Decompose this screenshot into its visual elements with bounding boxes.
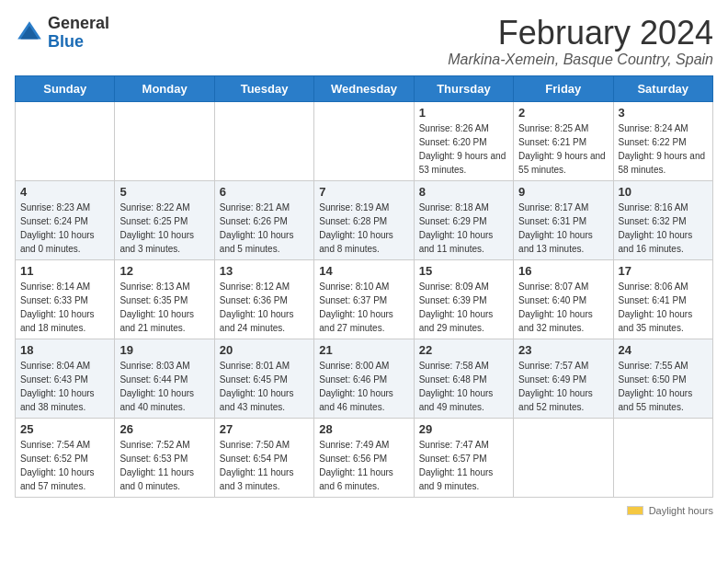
calendar-cell: 15Sunrise: 8:09 AM Sunset: 6:39 PM Dayli… — [414, 259, 513, 339]
calendar-cell: 18Sunrise: 8:04 AM Sunset: 6:43 PM Dayli… — [16, 339, 115, 418]
calendar-week-row: 4Sunrise: 8:23 AM Sunset: 6:24 PM Daylig… — [16, 180, 713, 259]
calendar-cell: 10Sunrise: 8:16 AM Sunset: 6:32 PM Dayli… — [613, 180, 712, 259]
day-info: Sunrise: 7:50 AM Sunset: 6:54 PM Dayligh… — [220, 438, 309, 493]
calendar-week-row: 18Sunrise: 8:04 AM Sunset: 6:43 PM Dayli… — [16, 339, 713, 418]
day-info: Sunrise: 7:57 AM Sunset: 6:49 PM Dayligh… — [518, 359, 608, 414]
day-number: 7 — [319, 185, 408, 199]
calendar-cell — [16, 101, 115, 180]
weekday-header-thursday: Thursday — [414, 75, 513, 101]
calendar-cell: 28Sunrise: 7:49 AM Sunset: 6:56 PM Dayli… — [314, 418, 414, 497]
day-info: Sunrise: 8:06 AM Sunset: 6:41 PM Dayligh… — [619, 280, 708, 335]
day-info: Sunrise: 8:13 AM Sunset: 6:35 PM Dayligh… — [119, 280, 209, 335]
day-info: Sunrise: 8:22 AM Sunset: 6:25 PM Dayligh… — [119, 201, 209, 256]
day-number: 24 — [619, 343, 708, 357]
day-number: 10 — [619, 185, 708, 199]
calendar: SundayMondayTuesdayWednesdayThursdayFrid… — [15, 75, 713, 498]
day-info: Sunrise: 8:18 AM Sunset: 6:29 PM Dayligh… — [419, 201, 508, 256]
calendar-cell: 26Sunrise: 7:52 AM Sunset: 6:53 PM Dayli… — [115, 418, 214, 497]
calendar-cell: 1Sunrise: 8:26 AM Sunset: 6:20 PM Daylig… — [414, 101, 513, 180]
day-info: Sunrise: 8:12 AM Sunset: 6:36 PM Dayligh… — [220, 280, 309, 335]
calendar-cell: 4Sunrise: 8:23 AM Sunset: 6:24 PM Daylig… — [16, 180, 115, 259]
calendar-cell — [514, 418, 613, 497]
day-info: Sunrise: 8:03 AM Sunset: 6:44 PM Dayligh… — [119, 359, 209, 414]
day-info: Sunrise: 8:16 AM Sunset: 6:32 PM Dayligh… — [619, 201, 708, 256]
day-info: Sunrise: 8:09 AM Sunset: 6:39 PM Dayligh… — [419, 280, 508, 335]
day-number: 11 — [20, 264, 109, 278]
day-info: Sunrise: 8:07 AM Sunset: 6:40 PM Dayligh… — [518, 280, 608, 335]
daylight-label: Daylight hours — [649, 505, 713, 516]
calendar-cell: 16Sunrise: 8:07 AM Sunset: 6:40 PM Dayli… — [514, 259, 613, 339]
day-info: Sunrise: 7:54 AM Sunset: 6:52 PM Dayligh… — [20, 438, 109, 493]
day-info: Sunrise: 8:10 AM Sunset: 6:37 PM Dayligh… — [319, 280, 408, 335]
day-info: Sunrise: 8:17 AM Sunset: 6:31 PM Dayligh… — [518, 201, 608, 256]
day-number: 6 — [220, 185, 309, 199]
day-info: Sunrise: 8:23 AM Sunset: 6:24 PM Dayligh… — [20, 201, 109, 256]
calendar-cell: 8Sunrise: 8:18 AM Sunset: 6:29 PM Daylig… — [414, 180, 513, 259]
day-info: Sunrise: 8:01 AM Sunset: 6:45 PM Dayligh… — [220, 359, 309, 414]
day-info: Sunrise: 8:25 AM Sunset: 6:21 PM Dayligh… — [518, 121, 608, 177]
day-number: 5 — [119, 185, 209, 199]
header: General Blue February 2024 Markina-Xemei… — [15, 15, 713, 68]
calendar-cell: 14Sunrise: 8:10 AM Sunset: 6:37 PM Dayli… — [314, 259, 414, 339]
calendar-cell: 11Sunrise: 8:14 AM Sunset: 6:33 PM Dayli… — [16, 259, 115, 339]
calendar-header: SundayMondayTuesdayWednesdayThursdayFrid… — [16, 75, 713, 101]
day-number: 3 — [619, 106, 708, 120]
day-number: 1 — [419, 106, 508, 120]
day-number: 23 — [518, 343, 608, 357]
calendar-cell — [613, 418, 712, 497]
day-number: 15 — [419, 264, 508, 278]
weekday-header-monday: Monday — [115, 75, 214, 101]
day-info: Sunrise: 8:04 AM Sunset: 6:43 PM Dayligh… — [20, 359, 109, 414]
calendar-cell: 22Sunrise: 7:58 AM Sunset: 6:48 PM Dayli… — [414, 339, 513, 418]
calendar-cell: 3Sunrise: 8:24 AM Sunset: 6:22 PM Daylig… — [613, 101, 712, 180]
calendar-cell: 24Sunrise: 7:55 AM Sunset: 6:50 PM Dayli… — [613, 339, 712, 418]
day-number: 20 — [220, 343, 309, 357]
calendar-cell: 29Sunrise: 7:47 AM Sunset: 6:57 PM Dayli… — [414, 418, 513, 497]
day-info: Sunrise: 8:19 AM Sunset: 6:28 PM Dayligh… — [319, 201, 408, 256]
calendar-week-row: 11Sunrise: 8:14 AM Sunset: 6:33 PM Dayli… — [16, 259, 713, 339]
day-number: 2 — [518, 106, 608, 120]
day-number: 17 — [619, 264, 708, 278]
calendar-body: 1Sunrise: 8:26 AM Sunset: 6:20 PM Daylig… — [16, 101, 713, 497]
day-number: 8 — [419, 185, 508, 199]
day-number: 22 — [419, 343, 508, 357]
day-info: Sunrise: 8:21 AM Sunset: 6:26 PM Dayligh… — [220, 201, 309, 256]
calendar-cell: 25Sunrise: 7:54 AM Sunset: 6:52 PM Dayli… — [16, 418, 115, 497]
logo-text: General Blue — [48, 15, 109, 52]
calendar-cell: 7Sunrise: 8:19 AM Sunset: 6:28 PM Daylig… — [314, 180, 414, 259]
day-number: 19 — [119, 343, 209, 357]
weekday-header-friday: Friday — [514, 75, 613, 101]
day-number: 13 — [220, 264, 309, 278]
day-number: 16 — [518, 264, 608, 278]
day-number: 9 — [518, 185, 608, 199]
calendar-cell: 12Sunrise: 8:13 AM Sunset: 6:35 PM Dayli… — [115, 259, 214, 339]
calendar-cell — [115, 101, 214, 180]
calendar-cell: 13Sunrise: 8:12 AM Sunset: 6:36 PM Dayli… — [214, 259, 313, 339]
calendar-cell: 21Sunrise: 8:00 AM Sunset: 6:46 PM Dayli… — [314, 339, 414, 418]
weekday-header-sunday: Sunday — [16, 75, 115, 101]
calendar-cell: 20Sunrise: 8:01 AM Sunset: 6:45 PM Dayli… — [214, 339, 313, 418]
day-info: Sunrise: 7:55 AM Sunset: 6:50 PM Dayligh… — [619, 359, 708, 414]
calendar-week-row: 1Sunrise: 8:26 AM Sunset: 6:20 PM Daylig… — [16, 101, 713, 180]
calendar-cell: 23Sunrise: 7:57 AM Sunset: 6:49 PM Dayli… — [514, 339, 613, 418]
title-block: February 2024 Markina-Xemein, Basque Cou… — [448, 15, 713, 68]
day-number: 29 — [419, 422, 508, 436]
calendar-cell: 2Sunrise: 8:25 AM Sunset: 6:21 PM Daylig… — [514, 101, 613, 180]
weekday-header-saturday: Saturday — [613, 75, 712, 101]
subtitle: Markina-Xemein, Basque Country, Spain — [448, 52, 713, 68]
calendar-cell: 9Sunrise: 8:17 AM Sunset: 6:31 PM Daylig… — [514, 180, 613, 259]
day-number: 18 — [20, 343, 109, 357]
logo: General Blue — [15, 15, 109, 52]
day-info: Sunrise: 7:58 AM Sunset: 6:48 PM Dayligh… — [419, 359, 508, 414]
footer: Daylight hours — [15, 505, 713, 516]
day-info: Sunrise: 8:00 AM Sunset: 6:46 PM Dayligh… — [319, 359, 408, 414]
calendar-week-row: 25Sunrise: 7:54 AM Sunset: 6:52 PM Dayli… — [16, 418, 713, 497]
day-number: 14 — [319, 264, 408, 278]
daylight-bar-icon — [627, 506, 643, 515]
calendar-cell: 17Sunrise: 8:06 AM Sunset: 6:41 PM Dayli… — [613, 259, 712, 339]
day-info: Sunrise: 8:26 AM Sunset: 6:20 PM Dayligh… — [419, 121, 508, 177]
day-info: Sunrise: 7:49 AM Sunset: 6:56 PM Dayligh… — [319, 438, 408, 493]
day-info: Sunrise: 7:47 AM Sunset: 6:57 PM Dayligh… — [419, 438, 508, 493]
calendar-cell: 19Sunrise: 8:03 AM Sunset: 6:44 PM Dayli… — [115, 339, 214, 418]
weekday-header-tuesday: Tuesday — [214, 75, 313, 101]
